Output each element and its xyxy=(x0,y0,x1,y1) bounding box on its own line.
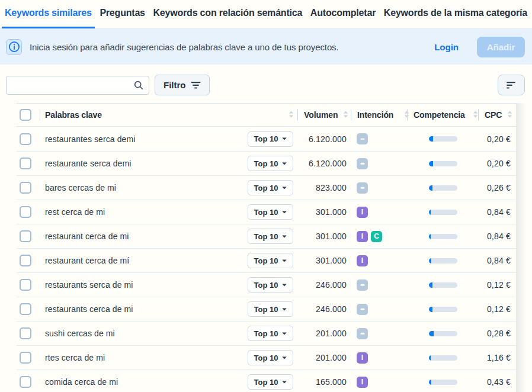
intent-cell: IC xyxy=(351,224,408,248)
tab-autocompletar[interactable]: Autocompletar xyxy=(307,8,379,28)
header-competition-label: Competencia xyxy=(414,110,465,120)
volume-value: 246.000 xyxy=(316,280,347,290)
chevron-down-icon xyxy=(282,259,287,262)
keywords-table: Palabras clave Volumen Intención Compete… xyxy=(17,103,516,392)
cpc-value: 0,28 € xyxy=(487,329,511,338)
search-input[interactable] xyxy=(6,76,149,95)
table-row: restaurants cerca de mi Top 10 246.000 -… xyxy=(17,297,516,321)
table-header: Palabras clave Volumen Intención Compete… xyxy=(17,103,516,127)
competition-bar xyxy=(429,331,457,336)
serp-position-label: Top 10 xyxy=(254,354,278,362)
competition-bar-fill xyxy=(429,307,432,312)
volume-value: 6.120.000 xyxy=(309,134,347,144)
serp-position-dropdown[interactable]: Top 10 xyxy=(248,277,293,293)
cpc-value: 0,20 € xyxy=(487,134,511,144)
serp-position-dropdown[interactable]: Top 10 xyxy=(248,301,293,317)
header-intent[interactable]: Intención xyxy=(351,104,408,126)
serp-position-dropdown[interactable]: Top 10 xyxy=(248,131,293,147)
serp-position-dropdown[interactable]: Top 10 xyxy=(248,326,293,341)
keyword-text: restaurants cerca de mi xyxy=(45,304,133,314)
competition-bar xyxy=(429,185,457,191)
header-volume-label: Volumen xyxy=(304,110,338,120)
competition-bar xyxy=(429,136,457,142)
row-checkbox[interactable] xyxy=(20,279,31,291)
volume-value: 6.120.000 xyxy=(309,159,347,168)
sort-lines-icon xyxy=(507,82,516,89)
row-checkbox[interactable] xyxy=(20,133,31,145)
tab-keywords-con-relaci-n-sem-ntica[interactable]: Keywords con relación semántica xyxy=(150,8,306,28)
intent-cell: I xyxy=(351,249,408,272)
chevron-down-icon xyxy=(282,284,287,287)
serp-position-dropdown[interactable]: Top 10 xyxy=(248,156,293,171)
row-checkbox[interactable] xyxy=(20,376,31,388)
intent-cell: - xyxy=(351,176,408,200)
row-checkbox[interactable] xyxy=(20,230,31,242)
table-row: restaurant cerca de mi Top 10 301.000 IC… xyxy=(17,224,516,248)
row-checkbox[interactable] xyxy=(20,303,31,315)
serp-position-dropdown[interactable]: Top 10 xyxy=(248,350,293,365)
cpc-value: 0,20 € xyxy=(487,159,511,168)
serp-position-dropdown[interactable]: Top 10 xyxy=(248,253,293,268)
keyword-search xyxy=(6,76,149,95)
intent-badge-informational: I xyxy=(357,255,368,266)
row-checkbox[interactable] xyxy=(20,352,31,364)
login-link[interactable]: Login xyxy=(434,42,459,52)
competition-bar-fill xyxy=(429,380,431,385)
keyword-text: restaurant cerca de mí xyxy=(45,256,129,265)
sort-volume-icon[interactable] xyxy=(343,110,348,120)
login-banner: Inicia sesión para añadir sugerencias de… xyxy=(0,28,532,65)
competition-bar xyxy=(429,307,457,312)
table-row: bares cercas de mi Top 10 823.000 - 0,26… xyxy=(17,175,516,200)
serp-position-dropdown[interactable]: Top 10 xyxy=(248,204,293,220)
row-checkbox[interactable] xyxy=(20,255,31,266)
chevron-down-icon xyxy=(282,308,287,311)
chevron-down-icon xyxy=(282,187,287,189)
serp-position-dropdown[interactable]: Top 10 xyxy=(248,180,293,195)
intent-cell: - xyxy=(351,273,408,297)
banner-message: Inicia sesión para añadir sugerencias de… xyxy=(30,42,339,52)
chevron-down-icon xyxy=(282,356,287,359)
intent-cell: - xyxy=(351,322,408,345)
filter-button[interactable]: Filtro xyxy=(155,75,210,95)
cpc-value: 0,84 € xyxy=(487,256,511,265)
tab-preguntas[interactable]: Preguntas xyxy=(97,8,148,28)
row-checkbox[interactable] xyxy=(20,206,31,218)
header-volume[interactable]: Volumen xyxy=(298,104,351,126)
row-checkbox[interactable] xyxy=(20,158,31,169)
tab-keywords-de-la-misma-categor-a[interactable]: Keywords de la misma categoría xyxy=(381,8,530,28)
intent-cell: I xyxy=(351,200,408,224)
row-checkbox[interactable] xyxy=(20,327,31,339)
keyword-text: restaurants serca de mi xyxy=(45,280,133,290)
row-checkbox[interactable] xyxy=(20,182,31,194)
sort-competition-icon[interactable] xyxy=(473,110,478,120)
add-button[interactable]: Añadir xyxy=(477,37,525,57)
serp-position-label: Top 10 xyxy=(254,134,278,143)
intent-badge-none: - xyxy=(357,158,368,169)
volume-value: 201.000 xyxy=(316,329,347,338)
serp-position-label: Top 10 xyxy=(254,281,278,290)
keyword-text: restaurante serca demi xyxy=(45,159,131,168)
header-competition[interactable]: Competencia xyxy=(408,104,479,126)
sort-cpc-icon[interactable] xyxy=(507,110,512,120)
header-cpc[interactable]: CPC xyxy=(479,104,516,126)
intent-badge-none: - xyxy=(357,182,368,194)
serp-position-dropdown[interactable]: Top 10 xyxy=(248,374,293,390)
header-keyword[interactable]: Palabras clave xyxy=(40,104,298,126)
sort-keyword-icon[interactable] xyxy=(289,110,294,120)
select-all-checkbox[interactable] xyxy=(20,109,31,121)
competition-bar-fill xyxy=(429,258,431,264)
header-intent-label: Intención xyxy=(357,110,393,120)
columns-sort-button[interactable] xyxy=(498,75,525,95)
competition-bar xyxy=(429,380,457,385)
table-row: comida cerca de mi Top 10 165.000 I 0,43… xyxy=(17,369,516,392)
serp-position-dropdown[interactable]: Top 10 xyxy=(248,229,293,244)
tab-keywords-similares[interactable]: Keywords similares xyxy=(2,8,95,28)
chevron-down-icon xyxy=(282,211,287,214)
table-row: restaurante serca demi Top 10 6.120.000 … xyxy=(17,151,516,175)
cpc-value: 0,26 € xyxy=(487,183,511,192)
volume-value: 301.000 xyxy=(316,256,347,265)
competition-bar-fill xyxy=(429,161,433,166)
table-row: rest cerca de mi Top 10 301.000 I 0,84 € xyxy=(17,200,516,224)
intent-badge-none: - xyxy=(357,279,368,291)
cpc-value: 0,84 € xyxy=(487,232,511,241)
